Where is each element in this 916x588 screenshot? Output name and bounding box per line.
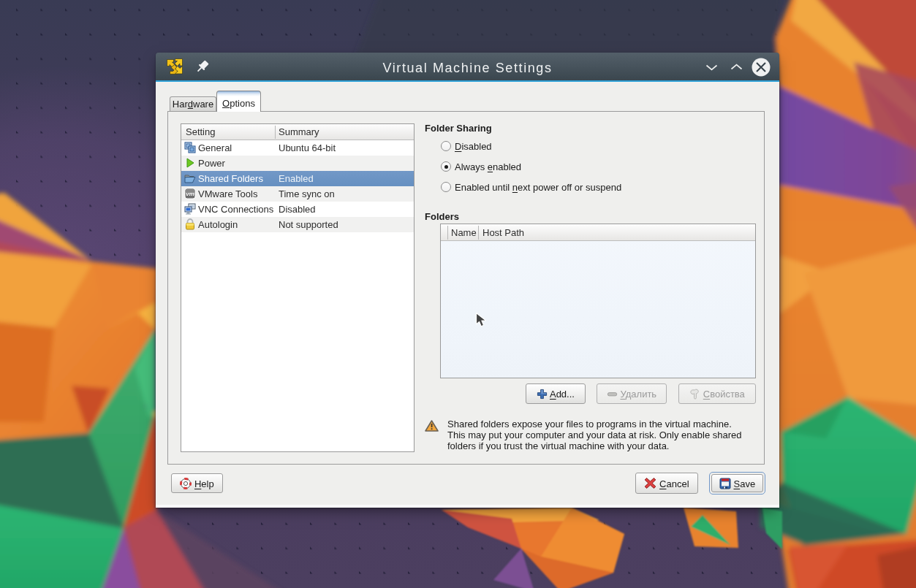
svg-text:vm: vm — [186, 191, 194, 197]
